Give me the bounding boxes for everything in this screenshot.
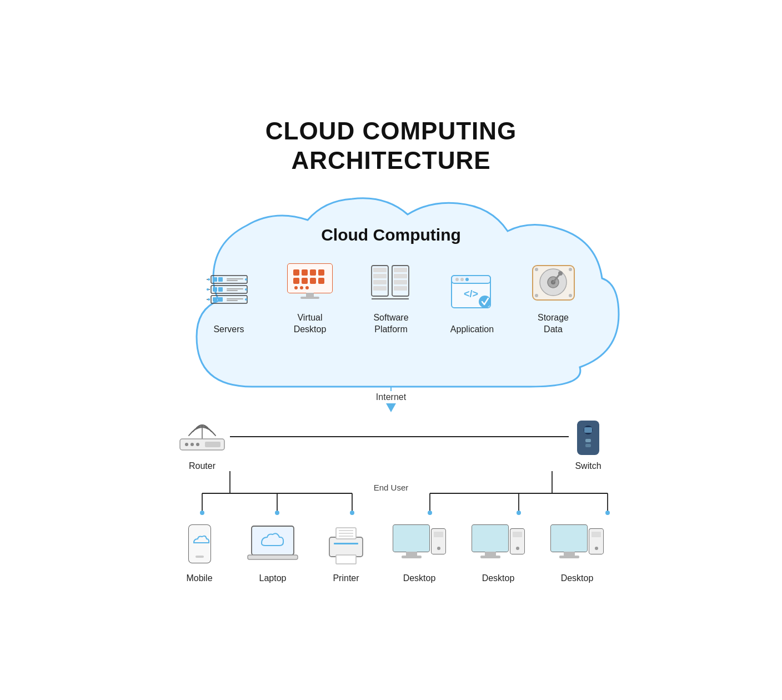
network-middle-row: Router Switch [174, 418, 608, 471]
svg-rect-2 [218, 277, 223, 282]
svg-rect-118 [472, 525, 508, 552]
svg-rect-103 [334, 543, 358, 544]
switch-device: Switch [569, 418, 608, 471]
svg-point-23 [208, 298, 210, 301]
printer-icon [324, 523, 368, 568]
cloud-item-virtual-desktop: VirtualDesktop [282, 261, 338, 336]
svg-rect-99 [196, 556, 204, 558]
mobile-icon [184, 523, 215, 568]
cloud-item-application: </> Application [444, 273, 500, 336]
svg-point-19 [208, 278, 210, 281]
svg-rect-45 [394, 268, 407, 272]
svg-rect-8 [218, 287, 223, 292]
svg-rect-16 [227, 300, 238, 301]
svg-rect-115 [434, 532, 443, 537]
cloud-item-servers: Servers [201, 273, 257, 336]
connection-lines-svg: End User [174, 471, 608, 521]
desktop3-icon [548, 523, 606, 568]
svg-rect-119 [485, 552, 496, 556]
svg-rect-10 [227, 290, 238, 291]
virtual-desktop-icon [285, 261, 335, 306]
svg-rect-127 [564, 552, 575, 556]
diagram-container: CLOUD COMPUTINGARCHITECTURE Cloud Comput… [86, 94, 696, 605]
svg-rect-72 [205, 442, 220, 447]
svg-point-53 [460, 278, 464, 281]
svg-rect-9 [227, 288, 243, 289]
svg-rect-77 [585, 444, 591, 447]
desktop1-label: Desktop [403, 573, 436, 583]
svg-point-34 [294, 286, 298, 289]
svg-rect-40 [373, 268, 387, 272]
svg-point-69 [185, 443, 188, 446]
svg-rect-14 [218, 297, 223, 302]
desktop2-device: Desktop [468, 523, 529, 583]
svg-point-132 [595, 547, 598, 550]
svg-rect-111 [406, 552, 417, 556]
svg-rect-33 [318, 278, 324, 284]
svg-point-71 [196, 443, 199, 446]
svg-point-83 [275, 511, 279, 515]
svg-rect-108 [336, 555, 356, 564]
mobile-device: Mobile [174, 523, 224, 583]
svg-rect-37 [306, 293, 314, 297]
router-icon [174, 418, 230, 457]
desktop3-label: Desktop [561, 573, 594, 583]
svg-point-64 [569, 268, 572, 271]
svg-point-62 [558, 271, 563, 276]
svg-rect-102 [329, 537, 363, 557]
servers-label: Servers [213, 324, 244, 336]
desktop2-label: Desktop [482, 573, 515, 583]
svg-point-11 [245, 288, 247, 291]
mobile-label: Mobile [186, 573, 212, 583]
switch-icon [569, 418, 608, 457]
laptop-label: Laptop [259, 573, 287, 583]
svg-point-89 [428, 511, 432, 515]
svg-rect-7 [213, 287, 217, 292]
svg-rect-48 [394, 286, 407, 291]
svg-rect-100 [252, 526, 294, 555]
svg-rect-43 [373, 286, 387, 291]
svg-point-70 [191, 443, 194, 446]
svg-point-124 [516, 547, 519, 550]
software-platform-label: SoftwarePlatform [373, 312, 408, 336]
svg-rect-29 [318, 269, 324, 276]
router-label: Router [189, 461, 215, 471]
router-switch-line [230, 436, 569, 437]
svg-point-81 [200, 511, 204, 515]
svg-rect-41 [373, 274, 387, 278]
svg-rect-3 [227, 278, 243, 279]
application-label: Application [450, 324, 494, 336]
svg-text:End User: End User [374, 483, 409, 492]
laptop-icon [245, 523, 300, 568]
svg-point-17 [245, 298, 247, 301]
cloud-items: Servers [191, 261, 591, 336]
application-icon: </> [447, 273, 497, 317]
svg-text:</>: </> [464, 288, 478, 299]
svg-rect-42 [373, 280, 387, 284]
svg-rect-126 [551, 525, 587, 552]
svg-point-56 [479, 296, 491, 308]
svg-point-52 [455, 278, 459, 281]
svg-rect-47 [394, 280, 407, 284]
svg-rect-31 [302, 278, 308, 284]
svg-rect-26 [293, 269, 299, 276]
svg-point-116 [437, 547, 440, 550]
svg-rect-15 [227, 298, 243, 299]
svg-rect-131 [591, 532, 601, 537]
storage-data-label: StorageData [538, 312, 569, 336]
svg-rect-123 [513, 532, 522, 537]
desktop3-device: Desktop [547, 523, 608, 583]
svg-point-85 [350, 511, 354, 515]
svg-point-36 [305, 286, 309, 289]
storage-data-icon [528, 261, 578, 306]
svg-rect-28 [310, 269, 316, 276]
virtual-desktop-label: VirtualDesktop [294, 312, 327, 336]
svg-rect-101 [248, 555, 298, 559]
cloud-item-storage-data: StorageData [525, 261, 581, 336]
svg-point-66 [569, 294, 572, 297]
svg-rect-120 [480, 556, 500, 558]
svg-point-91 [517, 511, 521, 515]
svg-point-21 [207, 288, 209, 291]
bottom-devices-row: Mobile Laptop [174, 523, 608, 583]
svg-rect-1 [213, 277, 217, 282]
